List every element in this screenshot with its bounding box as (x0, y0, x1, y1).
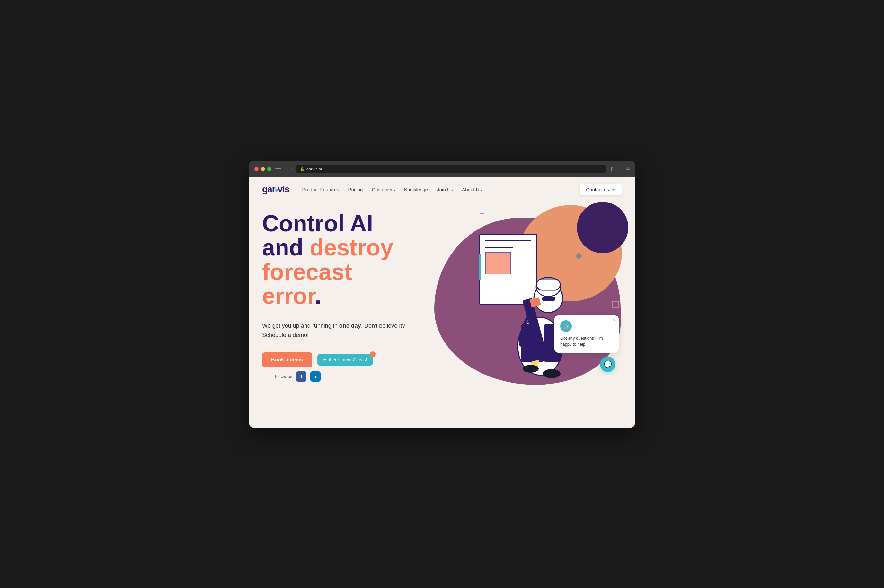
follow-us: follow us f in (275, 371, 320, 382)
blob-purple-dark (577, 202, 628, 253)
browser-window: ‹ › 🔒 garvis.ai ⬆ ＋ ⧉ garvis Product Fea… (249, 161, 635, 428)
headline-error: error. (262, 283, 321, 309)
headline-line1: Control AI (262, 210, 373, 236)
nav-product-features[interactable]: Product Features (302, 187, 339, 192)
chat-robot-header: 🤖 (560, 320, 613, 332)
robot-icon: 🤖 (560, 320, 572, 332)
website: garvis Product Features Pricing Customer… (249, 177, 635, 428)
browser-actions: ⬆ ＋ ⧉ (609, 165, 630, 172)
headline-and: and (262, 235, 310, 260)
svg-rect-11 (542, 297, 555, 301)
traffic-lights (254, 167, 271, 171)
meet-garvis-text: Hi there, meet Garvis! (323, 357, 367, 362)
nav-customers[interactable]: Customers (372, 187, 395, 192)
forward-button[interactable]: › (290, 166, 292, 171)
back-button[interactable]: ‹ (286, 166, 288, 171)
sidebar-toggle-button[interactable] (275, 166, 281, 171)
new-tab-icon[interactable]: ＋ (617, 165, 622, 172)
navbar: garvis Product Features Pricing Customer… (249, 177, 635, 202)
hero-headline: Control AI and destroy forecast error. (262, 212, 460, 309)
nav-about-us[interactable]: About Us (462, 187, 482, 192)
hero-buttons: Book a demo Hi there, meet Garvis! (262, 352, 460, 367)
hero-description: We get you up and running in one day. Do… (262, 321, 423, 340)
logo[interactable]: garvis (262, 184, 289, 195)
book-demo-button[interactable]: Book a demo (262, 352, 312, 367)
character-area (479, 221, 582, 382)
nav-knowledge[interactable]: Knowledge (404, 187, 428, 192)
share-icon[interactable]: ⬆ (609, 166, 614, 172)
chat-widget-button[interactable]: 💬 (600, 357, 615, 372)
browser-nav-controls: ‹ › (286, 166, 292, 171)
close-window-button[interactable] (254, 167, 259, 171)
url-text: garvis.ai (307, 166, 322, 171)
character-illustration (502, 247, 579, 382)
svg-point-10 (543, 369, 561, 378)
linkedin-icon[interactable]: in (310, 371, 320, 382)
hero-illustration: + · · · · · · (460, 212, 622, 391)
chat-message: Got any questions? I'm happy to help. (560, 335, 613, 348)
contact-button[interactable]: Contact us ✈ (580, 184, 622, 195)
doc-teal-bar (479, 254, 481, 279)
facebook-icon[interactable]: f (296, 371, 307, 382)
headline-forecast: forecast (262, 259, 352, 285)
nav-links: Product Features Pricing Customers Knowl… (302, 187, 580, 192)
contact-label: Contact us (586, 187, 609, 192)
chat-close-button[interactable]: × (613, 318, 615, 322)
browser-chrome: ‹ › 🔒 garvis.ai ⬆ ＋ ⧉ (249, 161, 635, 177)
plus-decoration: + (479, 208, 484, 219)
follow-us-label: follow us (275, 374, 292, 379)
maximize-window-button[interactable] (267, 167, 271, 171)
nav-pricing[interactable]: Pricing (348, 187, 363, 192)
address-bar[interactable]: 🔒 garvis.ai (296, 165, 606, 173)
hero-left: Control AI and destroy forecast error. W… (262, 212, 460, 391)
square-decoration (612, 302, 619, 308)
chat-bubble: × 🤖 Got any questions? I'm happy to help… (555, 315, 619, 353)
lock-icon: 🔒 (300, 167, 305, 171)
svg-point-9 (523, 365, 539, 373)
nav-join-us[interactable]: Join Us (437, 187, 453, 192)
send-icon: ✈ (612, 186, 616, 193)
chat-icon: 💬 (604, 360, 612, 368)
hero-section: Control AI and destroy forecast error. W… (249, 202, 635, 411)
svg-rect-3 (537, 279, 560, 290)
headline-destroy: destroy (310, 235, 393, 260)
minimize-window-button[interactable] (261, 167, 265, 171)
doc-line-1 (485, 240, 531, 242)
meet-garvis-tooltip: Hi there, meet Garvis! (317, 354, 373, 366)
windows-icon[interactable]: ⧉ (626, 166, 630, 172)
notification-badge (370, 351, 376, 357)
